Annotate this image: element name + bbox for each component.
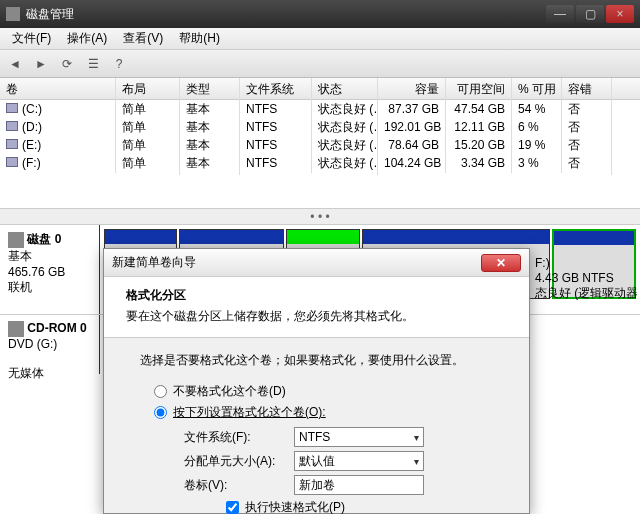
- col-volume[interactable]: 卷: [0, 78, 116, 99]
- wizard-title: 新建简单卷向导: [112, 254, 196, 271]
- cdrom-info: CD-ROM 0 DVD (G:) 无媒体: [0, 315, 100, 374]
- forward-icon[interactable]: ►: [32, 55, 50, 73]
- disk0-kind: 基本: [8, 249, 32, 263]
- menu-action[interactable]: 操作(A): [59, 28, 115, 49]
- col-filesystem[interactable]: 文件系统: [240, 78, 312, 99]
- cdrom-name: CD-ROM 0: [27, 321, 86, 335]
- wizard-titlebar: 新建简单卷向导 ✕: [104, 249, 529, 277]
- format-wizard-dialog: 新建简单卷向导 ✕ 格式化分区 要在这个磁盘分区上储存数据，您必须先将其格式化。…: [103, 248, 530, 514]
- wizard-body: 选择是否要格式化这个卷；如果要格式化，要使用什么设置。 不要格式化这个卷(D) …: [104, 338, 529, 514]
- chk-quick-format[interactable]: [226, 501, 239, 514]
- wizard-close-button[interactable]: ✕: [481, 254, 521, 272]
- app-icon: [6, 7, 20, 21]
- allocation-select[interactable]: 默认值: [294, 451, 424, 471]
- refresh-icon[interactable]: ⟳: [58, 55, 76, 73]
- col-layout[interactable]: 布局: [116, 78, 180, 99]
- volume-list: 卷 布局 类型 文件系统 状态 容量 可用空间 % 可用 容错 (C:)简单基本…: [0, 78, 640, 208]
- menu-view[interactable]: 查看(V): [115, 28, 171, 49]
- titlebar: 磁盘管理 — ▢ ×: [0, 0, 640, 28]
- quick-format-checkbox[interactable]: 执行快速格式化(P): [226, 499, 493, 514]
- col-status[interactable]: 状态: [312, 78, 378, 99]
- disk0-info: 磁盘 0 基本 465.76 GB 联机: [0, 225, 100, 314]
- selected-partition-info: F:) 4.43 GB NTFS 态良好 (逻辑驱动器: [535, 256, 638, 301]
- volume-row[interactable]: (F:)简单基本NTFS状态良好 (…104.24 GB3.34 GB3 %否: [0, 154, 640, 172]
- filesystem-label: 文件系统(F):: [184, 429, 294, 446]
- wizard-header: 格式化分区 要在这个磁盘分区上储存数据，您必须先将其格式化。: [104, 277, 529, 338]
- menubar: 文件(F) 操作(A) 查看(V) 帮助(H): [0, 28, 640, 50]
- radio-no-format[interactable]: [154, 385, 167, 398]
- help-icon[interactable]: ?: [110, 55, 128, 73]
- maximize-button[interactable]: ▢: [576, 5, 604, 23]
- menu-file[interactable]: 文件(F): [4, 28, 59, 49]
- allocation-label: 分配单元大小(A):: [184, 453, 294, 470]
- radio-format[interactable]: [154, 406, 167, 419]
- disk0-status: 联机: [8, 280, 32, 294]
- col-type[interactable]: 类型: [180, 78, 240, 99]
- disk0-name: 磁盘 0: [27, 232, 61, 246]
- properties-icon[interactable]: ☰: [84, 55, 102, 73]
- minimize-button[interactable]: —: [546, 5, 574, 23]
- option-no-format[interactable]: 不要格式化这个卷(D): [154, 383, 493, 400]
- disk-icon: [8, 232, 24, 248]
- menu-help[interactable]: 帮助(H): [171, 28, 228, 49]
- cdrom-sub: DVD (G:): [8, 337, 57, 351]
- col-capacity[interactable]: 容量: [378, 78, 446, 99]
- col-free[interactable]: 可用空间: [446, 78, 512, 99]
- volume-label-label: 卷标(V):: [184, 477, 294, 494]
- filesystem-select[interactable]: NTFS: [294, 427, 424, 447]
- close-button[interactable]: ×: [606, 5, 634, 23]
- wizard-intro: 选择是否要格式化这个卷；如果要格式化，要使用什么设置。: [140, 352, 493, 369]
- col-fault[interactable]: 容错: [562, 78, 612, 99]
- wizard-heading: 格式化分区: [126, 287, 507, 304]
- horizontal-scrollbar[interactable]: • • •: [0, 208, 640, 224]
- option-format[interactable]: 按下列设置格式化这个卷(O):: [154, 404, 493, 421]
- cdrom-status: 无媒体: [8, 366, 44, 380]
- wizard-subheading: 要在这个磁盘分区上储存数据，您必须先将其格式化。: [126, 308, 507, 325]
- disk0-size: 465.76 GB: [8, 265, 65, 279]
- col-percent[interactable]: % 可用: [512, 78, 562, 99]
- cdrom-icon: [8, 321, 24, 337]
- toolbar: ◄ ► ⟳ ☰ ?: [0, 50, 640, 78]
- back-icon[interactable]: ◄: [6, 55, 24, 73]
- volume-label-input[interactable]: 新加卷: [294, 475, 424, 495]
- window-title: 磁盘管理: [26, 6, 74, 23]
